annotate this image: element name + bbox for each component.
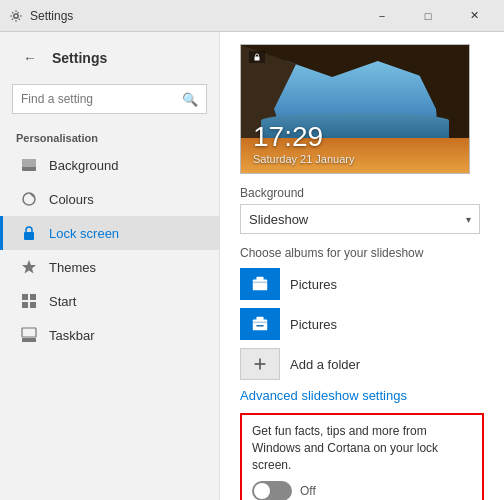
start-icon	[19, 291, 39, 311]
toggle-state-label: Off	[300, 484, 316, 498]
search-input[interactable]	[21, 92, 182, 106]
svg-rect-15	[256, 317, 263, 321]
sidebar-item-background[interactable]: Background	[0, 148, 219, 182]
svg-rect-14	[253, 320, 267, 331]
preview-content: 17:29 Saturday 21 January	[241, 45, 469, 173]
chevron-down-icon: ▾	[466, 214, 471, 225]
fun-facts-toggle-row: Off	[252, 481, 472, 500]
background-label: Background	[49, 158, 118, 173]
album-label-pictures-2: Pictures	[290, 317, 337, 332]
toggle-knob	[254, 483, 270, 499]
sidebar-item-colours[interactable]: Colours	[0, 182, 219, 216]
fun-facts-section: Get fun facts, tips and more from Window…	[240, 413, 484, 500]
album-thumb-pictures-1	[240, 268, 280, 300]
sidebar-title: Settings	[52, 50, 107, 66]
sidebar-item-themes[interactable]: Themes	[0, 250, 219, 284]
taskbar-label: Taskbar	[49, 328, 95, 343]
fun-facts-text: Get fun facts, tips and more from Window…	[252, 423, 472, 473]
sidebar-item-start[interactable]: Start	[0, 284, 219, 318]
sidebar-header: ← Settings	[0, 32, 219, 80]
settings-app-icon	[8, 8, 24, 24]
add-folder-label: Add a folder	[290, 357, 360, 372]
start-label: Start	[49, 294, 76, 309]
search-box[interactable]: 🔍	[12, 84, 207, 114]
add-folder-thumb	[240, 348, 280, 380]
themes-label: Themes	[49, 260, 96, 275]
svg-rect-12	[253, 280, 267, 291]
svg-rect-11	[255, 57, 260, 61]
preview-date: Saturday 21 January	[253, 153, 457, 165]
svg-rect-10	[22, 328, 36, 337]
slideshow-section-label: Choose albums for your slideshow	[240, 246, 484, 260]
album-item[interactable]: Pictures	[240, 268, 484, 300]
lock-screen-label: Lock screen	[49, 226, 119, 241]
app-body: ← Settings 🔍 Personalisation Background	[0, 32, 504, 500]
svg-rect-2	[22, 159, 36, 167]
sidebar-item-taskbar[interactable]: Taskbar	[0, 318, 219, 352]
main-content: 17:29 Saturday 21 January Background Sli…	[220, 32, 504, 500]
svg-rect-5	[22, 294, 28, 300]
add-folder-item[interactable]: Add a folder	[240, 348, 484, 380]
colours-label: Colours	[49, 192, 94, 207]
album-thumb-pictures-2	[240, 308, 280, 340]
lock-icon	[19, 223, 39, 243]
sidebar: ← Settings 🔍 Personalisation Background	[0, 32, 220, 500]
back-button[interactable]: ←	[16, 44, 44, 72]
themes-icon	[19, 257, 39, 277]
svg-rect-4	[24, 232, 34, 240]
window-controls: − □ ✕	[360, 0, 496, 32]
close-button[interactable]: ✕	[452, 0, 496, 32]
background-section-label: Background	[240, 186, 484, 200]
title-bar: Settings − □ ✕	[0, 0, 504, 32]
advanced-slideshow-link[interactable]: Advanced slideshow settings	[240, 388, 484, 403]
album-item[interactable]: Pictures	[240, 308, 484, 340]
svg-rect-13	[256, 277, 263, 281]
fun-facts-toggle[interactable]	[252, 481, 292, 500]
svg-rect-7	[22, 302, 28, 308]
taskbar-icon	[19, 325, 39, 345]
content-inner: 17:29 Saturday 21 January Background Sli…	[220, 32, 504, 500]
search-icon[interactable]: 🔍	[182, 92, 198, 107]
album-label-pictures-1: Pictures	[290, 277, 337, 292]
sidebar-item-lock-screen[interactable]: Lock screen	[0, 216, 219, 250]
svg-point-0	[14, 13, 18, 17]
lock-screen-preview: 17:29 Saturday 21 January	[240, 44, 470, 174]
preview-time: 17:29	[253, 123, 457, 151]
background-icon	[19, 155, 39, 175]
title-bar-title: Settings	[30, 9, 360, 23]
svg-rect-9	[22, 338, 36, 342]
background-select-value: Slideshow	[249, 212, 466, 227]
svg-rect-8	[30, 302, 36, 308]
preview-lock-icon	[249, 51, 265, 63]
svg-rect-6	[30, 294, 36, 300]
restore-button[interactable]: □	[406, 0, 450, 32]
colours-icon	[19, 189, 39, 209]
sidebar-section-label: Personalisation	[0, 126, 219, 148]
background-select[interactable]: Slideshow ▾	[240, 204, 480, 234]
minimize-button[interactable]: −	[360, 0, 404, 32]
